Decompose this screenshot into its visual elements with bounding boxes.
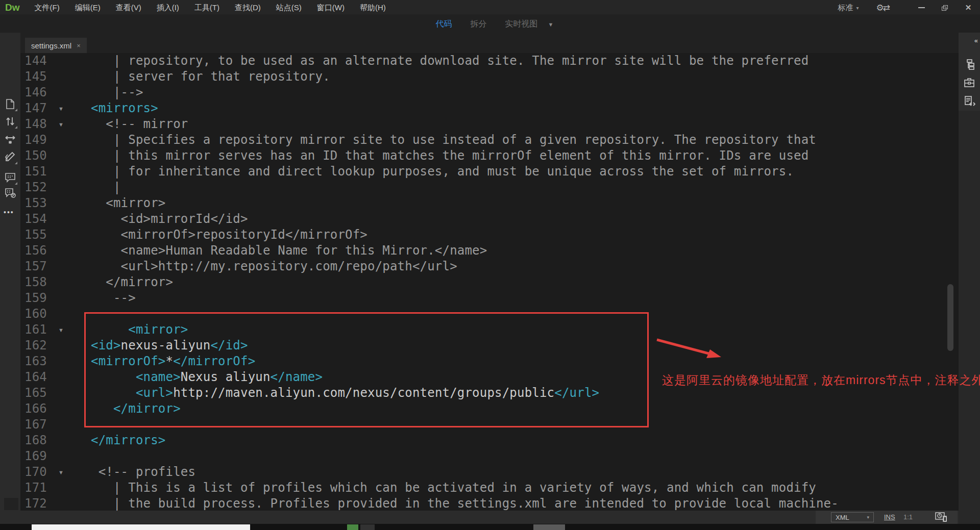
files-panel-icon[interactable] bbox=[963, 58, 975, 72]
fold-arrow-icon[interactable]: ▼ bbox=[58, 465, 71, 481]
menu-item-window[interactable]: 窗口(W) bbox=[309, 0, 352, 15]
code-line[interactable]: 169 bbox=[20, 448, 959, 464]
tab-settings-xml[interactable]: settings.xml × bbox=[25, 38, 87, 53]
code-content: | bbox=[91, 180, 121, 194]
code-line[interactable]: 151 | for inheritance and direct lookup … bbox=[20, 164, 959, 180]
more-tools-icon[interactable]: ••• bbox=[4, 208, 14, 216]
code-content: <name>Human Readable Name for this Mirro… bbox=[91, 243, 487, 258]
restore-button[interactable] bbox=[933, 0, 957, 15]
code-line[interactable]: 153 <mirror> bbox=[20, 195, 959, 211]
code-line[interactable]: 159 --> bbox=[20, 290, 959, 306]
status-bar: XML ▾ INS 1:1 bbox=[20, 511, 959, 524]
line-number: 162 bbox=[24, 338, 58, 354]
line-number: 171 bbox=[24, 480, 58, 496]
menu-item-edit[interactable]: 编辑(E) bbox=[67, 0, 108, 15]
line-number: 146 bbox=[24, 85, 58, 100]
code-content: <mirror> bbox=[91, 322, 188, 337]
code-line[interactable]: 154 <id>mirrorId</id> bbox=[20, 211, 959, 227]
fold-arrow-icon[interactable]: ▼ bbox=[58, 117, 71, 133]
code-line[interactable]: 156 <name>Human Readable Name for this M… bbox=[20, 243, 959, 259]
taskbar-item-green bbox=[347, 524, 358, 530]
code-line[interactable]: 158 </mirror> bbox=[20, 274, 959, 290]
taskbar-item-gray bbox=[533, 524, 565, 530]
code-line[interactable]: 166 </mirror> bbox=[20, 401, 959, 417]
menu-item-tools[interactable]: 工具(T) bbox=[187, 0, 227, 15]
code-content: | Specifies a repository mirror site to … bbox=[91, 133, 816, 147]
vertical-scrollbar[interactable] bbox=[947, 284, 953, 351]
code-line[interactable]: 147▼<mirrors> bbox=[20, 100, 959, 116]
annotation-text: 这是阿里云的镜像地址配置，放在mirrors节点中，注释之外 bbox=[662, 372, 980, 388]
code-content: | for inheritance and direct lookup purp… bbox=[91, 164, 794, 179]
code-line[interactable]: 157 <url>http://my.repository.com/repo/p… bbox=[20, 259, 959, 274]
line-number: 150 bbox=[24, 148, 58, 164]
minimize-button[interactable] bbox=[910, 0, 933, 15]
view-mode-code[interactable]: 代码 bbox=[436, 19, 452, 30]
tab-close-icon[interactable]: × bbox=[77, 42, 81, 49]
code-line[interactable]: 150 | this mirror serves has an ID that … bbox=[20, 148, 959, 164]
code-content: </mirror> bbox=[91, 401, 181, 416]
menu-item-site[interactable]: 站点(S) bbox=[268, 0, 309, 15]
code-line[interactable]: 162<id>nexus-aliyun</id> bbox=[20, 338, 959, 354]
menu-item-find[interactable]: 查找(D) bbox=[227, 0, 268, 15]
code-content: | This is a list of profiles which can b… bbox=[91, 481, 816, 495]
coding-toolbar: ••• bbox=[0, 33, 20, 524]
collapse-panels-icon[interactable]: « bbox=[974, 37, 977, 44]
fold-arrow-icon[interactable]: ▼ bbox=[58, 101, 71, 117]
code-line[interactable]: 168</mirrors> bbox=[20, 433, 959, 448]
format-source-icon[interactable] bbox=[4, 151, 16, 163]
insert-mode-indicator[interactable]: INS bbox=[884, 513, 895, 521]
sync-settings-icon[interactable]: ⚙⇄ bbox=[876, 3, 889, 13]
line-number: 161 bbox=[24, 322, 58, 338]
menu-item-insert[interactable]: 插入(I) bbox=[149, 0, 187, 15]
chevron-down-icon[interactable]: ▼ bbox=[548, 21, 554, 28]
code-content: <mirrorOf>repositoryId</mirrorOf> bbox=[91, 228, 368, 242]
fold-arrow-icon[interactable]: ▼ bbox=[58, 322, 71, 338]
code-content: <mirrorOf>*</mirrorOf> bbox=[91, 354, 255, 368]
menu-item-help[interactable]: 帮助(H) bbox=[352, 0, 394, 15]
code-line[interactable]: 160 bbox=[20, 306, 959, 322]
view-mode-live[interactable]: 实时视图 bbox=[505, 19, 538, 30]
view-mode-split[interactable]: 拆分 bbox=[471, 19, 487, 30]
minimize-icon bbox=[918, 7, 925, 8]
code-line[interactable]: 146 |--> bbox=[20, 85, 959, 100]
line-number: 167 bbox=[24, 417, 58, 433]
line-number: 154 bbox=[24, 211, 58, 227]
code-editor[interactable]: 144 | repository, to be used as an alter… bbox=[20, 53, 959, 511]
code-content: <name>Nexus aliyun</name> bbox=[91, 370, 323, 384]
realtime-preview-icon[interactable] bbox=[935, 512, 947, 524]
code-line[interactable]: 163<mirrorOf>*</mirrorOf> bbox=[20, 354, 959, 369]
code-content: |--> bbox=[91, 85, 143, 99]
close-button[interactable]: ✕ bbox=[957, 0, 980, 15]
code-line[interactable]: 170▼ <!-- profiles bbox=[20, 464, 959, 480]
workspace-switcher[interactable]: 标准 bbox=[838, 3, 853, 13]
expand-all-icon[interactable] bbox=[4, 134, 16, 146]
remove-comment-icon[interactable] bbox=[4, 187, 16, 199]
line-number: 172 bbox=[24, 496, 58, 511]
sort-lines-icon[interactable] bbox=[4, 115, 16, 128]
chevron-down-icon[interactable]: ▾ bbox=[856, 5, 859, 11]
doctype-dropdown[interactable]: XML ▾ bbox=[831, 512, 874, 522]
open-documents-icon[interactable] bbox=[4, 98, 16, 110]
code-line[interactable]: 144 | repository, to be used as an alter… bbox=[20, 53, 959, 69]
rail-footer bbox=[4, 498, 18, 510]
snippets-panel-icon[interactable] bbox=[963, 95, 975, 109]
code-line[interactable]: 167 bbox=[20, 417, 959, 433]
code-line[interactable]: 171 | This is a list of profiles which c… bbox=[20, 480, 959, 496]
dreamweaver-logo: Dw bbox=[5, 2, 20, 13]
line-number: 166 bbox=[24, 401, 58, 417]
cc-libraries-panel-icon[interactable] bbox=[963, 77, 975, 91]
line-number: 145 bbox=[24, 69, 58, 85]
code-line[interactable]: 149 | Specifies a repository mirror site… bbox=[20, 132, 959, 148]
code-line[interactable]: 148▼ <!-- mirror bbox=[20, 116, 959, 132]
code-line[interactable]: 145 | server for that repository. bbox=[20, 69, 959, 85]
menu-item-file[interactable]: 文件(F) bbox=[27, 0, 67, 15]
view-mode-bar: 代码 拆分 实时视图 ▼ bbox=[0, 16, 980, 33]
code-line[interactable]: 152 | bbox=[20, 180, 959, 195]
apply-comment-icon[interactable] bbox=[4, 171, 16, 184]
line-number: 147 bbox=[24, 100, 58, 116]
restore-icon bbox=[942, 5, 948, 11]
code-line[interactable]: 161▼ <mirror> bbox=[20, 322, 959, 338]
code-line[interactable]: 155 <mirrorOf>repositoryId</mirrorOf> bbox=[20, 227, 959, 243]
menu-item-view[interactable]: 查看(V) bbox=[108, 0, 149, 15]
code-line[interactable]: 172 | the build process. Profiles provid… bbox=[20, 496, 959, 511]
